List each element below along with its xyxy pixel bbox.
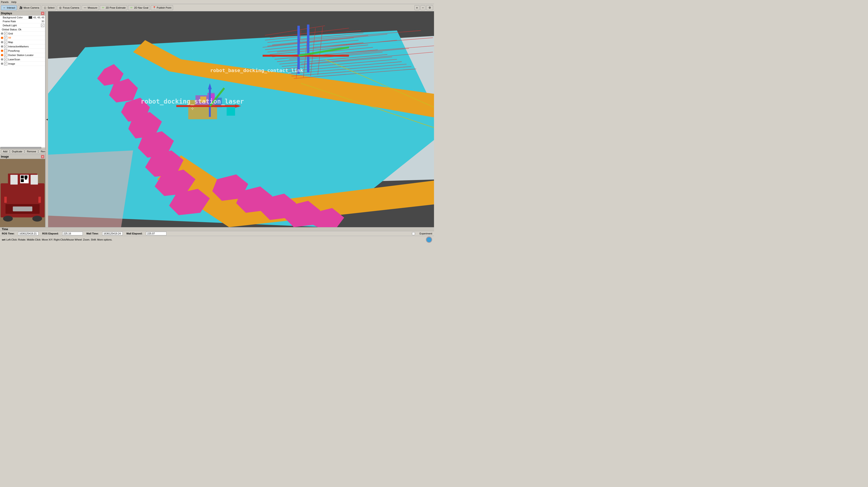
displays-close-button[interactable]: ✕ [41,12,44,15]
default-light-property: Default Light [0,23,45,28]
tf-dot [1,37,3,39]
experiment-label: Experiment [420,232,432,235]
displays-panel: Displays ✕ Background Color 48; 48; 48 F… [0,11,45,155]
measure-button[interactable]: — Measure [82,5,99,10]
pose-array-dot [1,50,3,52]
nav-goal-icon: ✏ [130,6,133,9]
left-panel: Displays ✕ Background Color 48; 48; 48 F… [0,11,45,227]
map-item[interactable]: ✓ Map [0,40,45,44]
interactive-markers-checkbox[interactable]: ✓ [4,45,7,48]
interactive-markers-label: InteractiveMarkers [8,45,44,48]
ros-time-value: 1636125419.21 [18,232,38,235]
docker-station-locator-label: Docker Station Locator [8,54,44,57]
image-close-button[interactable]: ✕ [41,155,44,158]
image-svg [0,159,45,227]
move-camera-icon: 🎥 [19,6,23,9]
grid-dot [1,32,3,35]
main-layout: Displays ✕ Background Color 48; 48; 48 F… [0,11,434,227]
globe-icon: 🌐 [426,237,432,243]
wall-time-label: Wall Time: [86,232,99,235]
displays-title: Displays [1,12,12,15]
nav-goal-button[interactable]: ✏ 2D Nav Goal [128,5,150,10]
image-checkbox[interactable]: ✓ [4,62,7,65]
docker-station-locator-checkbox[interactable]: ✓ [4,54,7,57]
move-camera-button[interactable]: 🎥 Move Camera [18,5,41,10]
menu-help[interactable]: Help [11,1,17,3]
svg-rect-11 [31,175,38,185]
image-panel-title: Image [1,155,9,158]
hint-text: Left-Click: Rotate. Middle-Click: Move X… [6,238,112,241]
image-content[interactable] [0,159,45,227]
default-light-checkbox[interactable] [41,24,44,27]
default-light-label: Default Light [1,24,41,27]
collapse-button[interactable]: ◀ [45,11,48,227]
tf-item[interactable]: ✓ TF [0,36,45,40]
wall-time-value: 1636125419.24 [102,232,123,235]
3d-viewport[interactable]: robot_base_docking_contact_link robot_do… [48,11,434,227]
focus-camera-button[interactable]: ◎ Focus Camera [57,5,81,10]
map-checkbox[interactable]: ✓ [4,40,7,44]
pose-estimate-button[interactable]: ✏ 2D Pose Estimate [100,5,127,10]
wall-elapsed-value: 225.07 [146,232,166,235]
image-item[interactable]: ✓ Image [0,62,45,66]
select-button[interactable]: ◻ Select [42,5,56,10]
svg-point-14 [3,216,13,221]
docker-station-locator-item[interactable]: ✓ Docker Station Locator [0,53,45,57]
svg-rect-4 [10,175,18,185]
ros-elapsed-value: 225.16 [62,232,83,235]
status-bar: Time ROS Time: 1636125419.21 ROS Elapsed… [0,227,434,238]
tf-checkbox[interactable]: ✓ [4,36,7,39]
image-panel: Image ✕ [0,155,45,227]
remove-button[interactable]: Remove [25,149,38,153]
svg-rect-47 [227,107,235,116]
svg-marker-84 [48,151,133,227]
scene-svg [48,11,434,227]
time-row: ROS Time: 1636125419.21 ROS Elapsed: 225… [0,231,434,236]
time-section-label: Time [0,227,434,231]
svg-rect-10 [25,178,27,180]
laser-scan-item[interactable]: ✓ LaserScan [0,57,45,62]
hint-row: set Left-Click: Rotate. Middle-Click: Mo… [0,236,434,243]
wall-elapsed-label: Wall Elapsed: [126,232,143,235]
experiment-checkbox[interactable] [412,232,415,235]
plus-button[interactable]: + [414,5,420,10]
measure-icon: — [83,6,87,9]
toolbar: ↔ Interact 🎥 Move Camera ◻ Select ◎ Focu… [0,4,434,11]
interact-button[interactable]: ↔ Interact [1,5,17,10]
svg-rect-16 [4,197,7,203]
interactive-markers-item[interactable]: ✓ InteractiveMarkers [0,44,45,49]
grid-item[interactable]: ✓ Grid [0,32,45,36]
background-color-value: 48; 48; 48 [33,16,44,19]
grid-label: Grid [8,32,44,35]
grid-checkbox[interactable]: ✓ [4,32,7,35]
laser-scan-checkbox[interactable]: ✓ [4,58,7,61]
ros-elapsed-label: ROS Elapsed: [42,232,59,235]
displays-buttons: Add Duplicate Remove Rename [0,148,45,154]
displays-header: Displays ✕ [0,11,45,16]
laser-scan-dot [1,58,3,61]
pose-estimate-icon: ✏ [101,6,105,9]
publish-point-button[interactable]: 📍 Publish Point [151,5,173,10]
pose-array-checkbox[interactable] [4,49,7,52]
publish-point-icon: 📍 [152,6,156,9]
docker-station-locator-dot [1,54,3,56]
global-status-property: Global Status: Ok [0,28,45,32]
menu-bar: Panels Help [0,0,434,4]
global-status-label: Global Status: Ok [1,28,44,31]
reset-label: set [2,238,5,241]
pose-array-label: PoseArray [8,50,44,52]
duplicate-button[interactable]: Duplicate [10,149,25,153]
interactive-markers-dot [1,45,3,48]
select-icon: ◻ [43,6,47,9]
frame-rate-value: 30 [41,20,44,23]
minus-button[interactable]: − [421,5,425,10]
tf-label: TF [8,36,44,39]
menu-panels[interactable]: Panels [1,1,9,3]
add-button[interactable]: Add [1,149,9,153]
settings-button[interactable]: ⚙ [426,5,433,10]
svg-rect-39 [200,97,206,102]
pose-array-item[interactable]: PoseArray [0,49,45,53]
background-color-swatch[interactable] [29,16,32,19]
frame-rate-property: Frame Rate 30 [0,20,45,23]
settings-icon: ⚙ [428,6,432,9]
